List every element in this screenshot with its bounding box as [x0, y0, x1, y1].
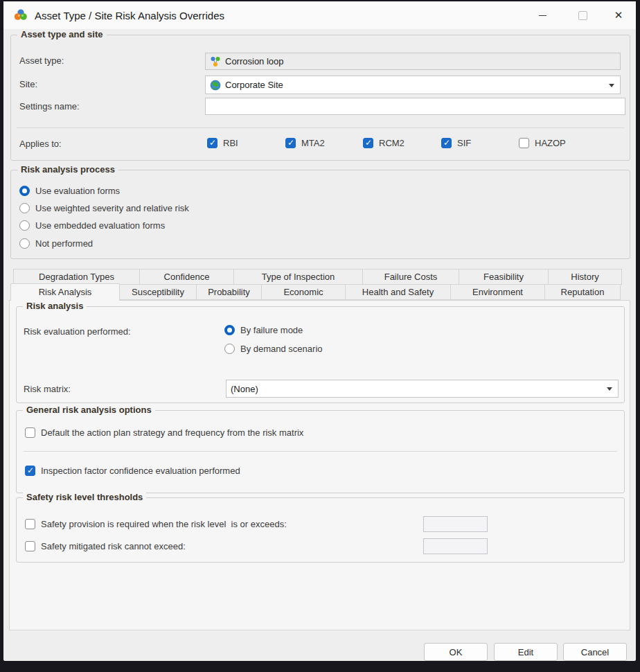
ok-button[interactable]: OK: [424, 643, 488, 661]
rcm2-label: RCM2: [379, 138, 405, 148]
settings-name-label: Settings name:: [19, 101, 80, 112]
checkbox-mta2[interactable]: MTA2: [285, 136, 325, 149]
close-button[interactable]: ✕: [605, 1, 632, 29]
risk-matrix-value: (None): [231, 384, 258, 394]
safety-provision-checkbox-icon[interactable]: [25, 519, 35, 529]
risk-analysis-group: Risk analysis Risk evaluation performed:…: [16, 306, 625, 403]
radio-label: Use embedded evaluation forms: [35, 220, 165, 231]
radio-label: Not performed: [35, 238, 93, 249]
general-options-divider: [24, 451, 617, 452]
tab-risk-analysis[interactable]: Risk Analysis: [10, 283, 120, 301]
mta2-checkbox-icon[interactable]: [285, 138, 296, 148]
risk-matrix-combobox[interactable]: (None): [226, 380, 619, 398]
risk-evaluation-performed-label: Risk evaluation performed:: [24, 326, 131, 337]
asset-site-group: Asset type and site Asset type: Corrosio…: [10, 35, 630, 161]
mta2-label: MTA2: [301, 138, 325, 148]
checkbox-hazop[interactable]: HAZOP: [519, 136, 566, 149]
checkbox-safety-provision[interactable]: Safety provision is required when the ri…: [25, 518, 287, 530]
radio-label: By failure mode: [240, 325, 303, 335]
rcm2-checkbox-icon[interactable]: [363, 138, 373, 148]
maximize-icon: [578, 11, 587, 20]
radio-by-failure-mode[interactable]: By failure mode: [224, 324, 303, 336]
applies-to-divider: [17, 127, 624, 128]
tab-feasibility[interactable]: Feasibility: [459, 269, 549, 285]
risk-process-group: Risk analysis process Use evaluation for…: [10, 170, 630, 259]
tab-row-1: Degradation Types Confidence Type of Ins…: [13, 269, 621, 285]
tab-economic[interactable]: Economic: [261, 284, 346, 300]
asset-type-field: Corrosion loop: [205, 53, 621, 70]
hazop-label: HAZOP: [535, 138, 566, 148]
app-icon: [13, 8, 28, 23]
tab-history[interactable]: History: [548, 269, 622, 285]
title-bar: Asset Type / Site Risk Analysis Override…: [3, 1, 636, 29]
risk-analysis-group-title: Risk analysis: [23, 301, 87, 311]
radio-weighted-severity[interactable]: Use weighted severity and relative risk: [19, 202, 189, 214]
applies-to-label: Applies to:: [19, 139, 62, 149]
rbi-checkbox-icon[interactable]: [207, 138, 217, 148]
safety-thresholds-group-title: Safety risk level thresholds: [23, 492, 146, 502]
general-options-group: General risk analysis options Default th…: [16, 410, 625, 493]
window-title: Asset Type / Site Risk Analysis Override…: [35, 10, 224, 21]
sif-label: SIF: [457, 138, 471, 148]
cancel-button[interactable]: Cancel: [563, 643, 627, 661]
rbi-label: RBI: [223, 138, 238, 148]
radio-use-evaluation-forms[interactable]: Use evaluation forms: [19, 184, 120, 197]
checkbox-label: Default the action plan strategy and fre…: [41, 427, 303, 438]
radio-icon[interactable]: [19, 238, 30, 249]
radio-icon[interactable]: [224, 344, 235, 354]
site-value: Corporate Site: [225, 80, 283, 90]
asset-type-value: Corrosion loop: [225, 56, 284, 67]
tab-row-2: Risk Analysis Susceptibility Probability…: [10, 283, 620, 301]
safety-thresholds-group: Safety risk level thresholds Safety prov…: [16, 497, 625, 563]
radio-by-demand-scenario[interactable]: By demand scenario: [224, 342, 323, 355]
dialog-window: Asset Type / Site Risk Analysis Override…: [3, 1, 636, 661]
inspection-factor-checkbox-icon[interactable]: [25, 466, 35, 476]
settings-name-input[interactable]: [205, 98, 625, 115]
hazop-checkbox-icon[interactable]: [519, 138, 529, 148]
risk-matrix-chevron-down-icon[interactable]: [607, 387, 612, 391]
radio-not-performed[interactable]: Not performed: [19, 237, 93, 249]
checkbox-sif[interactable]: SIF: [441, 136, 471, 149]
tab-confidence[interactable]: Confidence: [139, 269, 234, 285]
checkbox-default-action-plan[interactable]: Default the action plan strategy and fre…: [25, 426, 303, 439]
checkbox-safety-mitigated[interactable]: Safety mitigated risk cannot exceed:: [25, 540, 186, 552]
asset-type-label: Asset type:: [19, 55, 64, 66]
minimize-icon: [539, 15, 546, 16]
site-chevron-down-icon[interactable]: [609, 84, 614, 87]
radio-label: Use evaluation forms: [35, 186, 120, 196]
radio-icon[interactable]: [224, 325, 235, 335]
site-label: Site:: [19, 79, 37, 89]
radio-icon[interactable]: [19, 220, 30, 231]
tab-type-of-inspection[interactable]: Type of Inspection: [233, 269, 363, 285]
radio-label: Use weighted severity and relative risk: [35, 203, 189, 213]
safety-mitigated-checkbox-icon[interactable]: [25, 541, 35, 551]
minimize-button[interactable]: [529, 1, 555, 29]
general-options-group-title: General risk analysis options: [23, 405, 155, 415]
radio-icon[interactable]: [19, 203, 30, 213]
tab-reputation[interactable]: Reputation: [544, 284, 621, 300]
safety-mitigated-threshold-input[interactable]: [423, 538, 488, 554]
checkbox-label: Safety mitigated risk cannot exceed:: [41, 541, 186, 551]
asset-site-group-title: Asset type and site: [17, 29, 107, 39]
safety-provision-threshold-input[interactable]: [423, 516, 488, 532]
checkbox-rbi[interactable]: RBI: [207, 136, 238, 149]
default-action-plan-checkbox-icon[interactable]: [25, 427, 35, 438]
radio-label: By demand scenario: [240, 344, 323, 354]
tab-environment[interactable]: Environment: [450, 284, 545, 300]
checkbox-label: Inspection factor confidence evaluation …: [41, 466, 240, 476]
site-globe-icon: [210, 80, 221, 91]
tab-probability[interactable]: Probability: [196, 284, 262, 300]
radio-icon[interactable]: [19, 186, 30, 196]
checkbox-inspection-factor-confidence[interactable]: Inspection factor confidence evaluation …: [25, 464, 240, 477]
radio-embedded-evaluation-forms[interactable]: Use embedded evaluation forms: [19, 219, 165, 231]
tab-health-and-safety[interactable]: Health and Safety: [345, 284, 451, 300]
checkbox-label: Safety provision is required when the ri…: [41, 519, 287, 529]
checkbox-rcm2[interactable]: RCM2: [363, 136, 405, 149]
risk-matrix-label: Risk matrix:: [24, 384, 71, 394]
tab-failure-costs[interactable]: Failure Costs: [362, 269, 459, 285]
tab-degradation-types[interactable]: Degradation Types: [13, 269, 140, 285]
edit-button[interactable]: Edit: [494, 643, 558, 661]
tab-susceptibility[interactable]: Susceptibility: [119, 284, 197, 300]
sif-checkbox-icon[interactable]: [441, 138, 452, 148]
site-combobox[interactable]: Corporate Site: [205, 76, 621, 94]
